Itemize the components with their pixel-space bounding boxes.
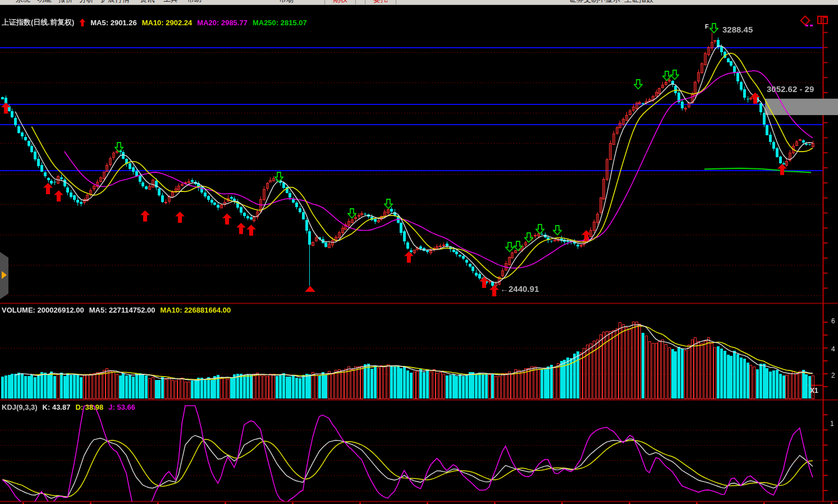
expand-panel-arrow-icon (2, 271, 7, 279)
chart-annotation-1: 3052.62 - 29 (767, 84, 814, 93)
menu-item-3[interactable]: 分析 (79, 0, 94, 4)
volume-axis-label: 2 (831, 372, 835, 379)
menu-item-6[interactable]: 工具 (163, 0, 178, 4)
kdj-header: KDJ(9,3,3) K: 43.87 D: 38.98 J: 53.66 (2, 403, 135, 411)
menu-item-1[interactable]: 功能 (37, 0, 52, 4)
menu-item-8[interactable]: 市场 (279, 0, 294, 4)
kdj-j: J: 53.66 (108, 403, 135, 411)
sell-signal-arrow-icon (670, 70, 679, 83)
volume-axis-label: 6 (831, 317, 835, 325)
kdj-d: D: 38.98 (75, 403, 103, 411)
split-window-pane (821, 17, 822, 23)
kdj-axis-label: 1 (830, 420, 834, 428)
sell-signal-arrow-icon (553, 225, 562, 238)
ma20-value: MA20: 2985.77 (197, 19, 248, 27)
ma250-value: MA250: 2815.07 (253, 19, 307, 27)
sell-signal-arrow-icon (709, 23, 718, 36)
ma5-value: MA5: 2901.26 (90, 19, 136, 27)
sell-signal-arrow-icon (514, 241, 523, 254)
sell-signal-arrow-icon (115, 142, 123, 155)
menu-item-7[interactable]: 帮助 (187, 0, 202, 4)
sell-signal-arrow-icon (274, 172, 283, 185)
sell-signal-arrow-icon (505, 242, 514, 255)
menu-hot-button-0[interactable]: 期权 (324, 0, 356, 5)
ma10-value: MA10: 2902.24 (142, 19, 193, 27)
chart-annotation-3: F (705, 23, 709, 30)
sell-signal-arrow-icon (524, 232, 533, 245)
chart-title: 上证指数(日线.前复权) (2, 17, 74, 28)
chart-annotation-2: ←2440.91 (500, 283, 539, 293)
main-chart-header: 上证指数(日线.前复权) MA5: 2901.26 MA10: 2902.24 … (2, 17, 307, 28)
stock-chart-canvas[interactable] (0, 0, 838, 504)
menu-item-5[interactable]: 资讯 (140, 0, 154, 4)
side-panel-expand-tab[interactable] (0, 252, 8, 299)
menu-bar: 证券交易不显示 上证指数 系统功能报价分析扩展行情资讯工具帮助市场期权委托 (0, 0, 838, 5)
kdj-title: KDJ(9,3,3) (2, 403, 38, 411)
volume-ma5: MA5: 227114752.00 (89, 306, 155, 314)
x-scale-badge[interactable]: X1 (810, 387, 818, 395)
menu-item-2[interactable]: 报价 (58, 0, 73, 4)
sell-signal-arrow-icon (384, 199, 393, 212)
status-index-label: 证券交易不显示 上证指数 (569, 0, 653, 4)
menu-hot-button-1[interactable]: 委托 (365, 0, 396, 5)
chart-annotation-0: 3288.45 (722, 24, 753, 34)
volume-axis-label: 4 (831, 345, 835, 353)
menu-item-4[interactable]: 扩展行情 (100, 0, 130, 4)
sell-signal-arrow-icon (634, 79, 643, 92)
menu-item-0[interactable]: 系统 (16, 0, 30, 4)
sell-signal-arrow-icon (535, 224, 544, 237)
magenta-dash-icon (810, 25, 813, 26)
sell-signal-arrow-icon (347, 208, 356, 221)
kdj-k: K: 43.87 (43, 403, 71, 411)
volume-ma10: MA10: 226881664.00 (161, 306, 231, 314)
magenta-dash-icon (805, 25, 808, 26)
volume-header: VOLUME: 200026912.00 MA5: 227114752.00 M… (2, 306, 231, 314)
up-arrow-icon (79, 19, 85, 26)
volume-value: VOLUME: 200026912.00 (2, 306, 84, 314)
split-window-icon[interactable] (817, 16, 828, 24)
